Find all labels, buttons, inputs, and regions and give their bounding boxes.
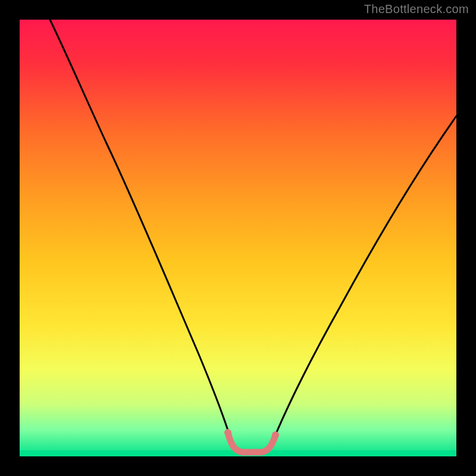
chart-frame: TheBottleneck.com — [0, 0, 476, 476]
bottleneck-curve-plot — [20, 20, 456, 456]
highlight-endcap-right — [272, 431, 279, 439]
gradient-background — [20, 20, 456, 456]
watermark-text: TheBottleneck.com — [364, 2, 469, 16]
highlight-endcap-left — [224, 429, 231, 436]
